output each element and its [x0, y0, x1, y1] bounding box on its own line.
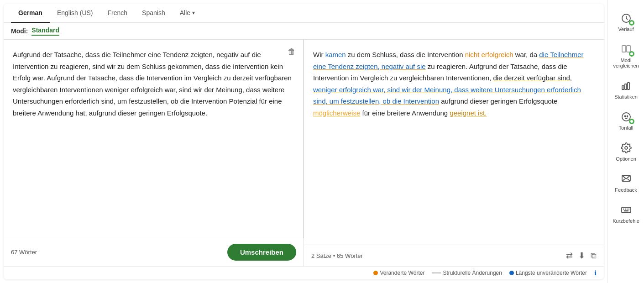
mode-label: Modi:: [11, 27, 28, 35]
sidebar-item-optionen[interactable]: Optionen: [610, 137, 642, 166]
rewrite-button[interactable]: Umschreiben: [227, 244, 296, 261]
svg-rect-1: [622, 46, 626, 52]
feedback-icon: [620, 173, 633, 185]
tab-german[interactable]: German: [11, 4, 50, 23]
svg-point-7: [624, 116, 625, 117]
word-count-left: 67 Wörter: [11, 249, 37, 256]
compare-icon[interactable]: ⇄: [566, 251, 573, 261]
legend-structural-line: [432, 273, 441, 273]
svg-rect-13: [622, 207, 631, 213]
tab-spanish[interactable]: Spanish: [135, 4, 173, 23]
copy-icon[interactable]: ⧉: [591, 251, 597, 261]
legend-longest-dot: [509, 271, 514, 275]
tab-alle[interactable]: Alle ▾: [173, 4, 202, 23]
sidebar-label-modi: Modivergleichen: [613, 58, 639, 68]
sidebar-item-statistiken[interactable]: Statistiken: [610, 75, 642, 104]
sidebar-item-tonfall[interactable]: Tonfall: [610, 106, 642, 135]
svg-rect-5: [628, 83, 629, 89]
svg-rect-2: [627, 46, 630, 52]
svg-line-12: [626, 175, 630, 179]
sidebar-item-kurzbefehle[interactable]: Kurzbefehle: [610, 199, 642, 228]
sidebar-label-verlauf: Verlauf: [618, 26, 634, 32]
translated-text: Wir kamen zu dem Schluss, dass die Inter…: [313, 49, 595, 236]
delete-icon[interactable]: 🗑: [288, 47, 296, 57]
clock-icon: [620, 12, 633, 25]
sidebar-item-feedback[interactable]: Feedback: [610, 168, 642, 197]
right-action-icons: ⇄ ⬇ ⧉: [566, 251, 597, 261]
svg-rect-3: [622, 86, 624, 89]
sidebar: Verlauf Modivergleichen Statistiken: [607, 0, 644, 283]
sidebar-label-tonfall: Tonfall: [619, 125, 634, 131]
legend-longest: Längste unveränderte Wörter: [509, 270, 587, 276]
sidebar-item-verlauf[interactable]: Verlauf: [610, 7, 642, 37]
info-icon[interactable]: ℹ: [594, 269, 597, 277]
svg-point-9: [625, 147, 628, 149]
download-icon[interactable]: ⬇: [578, 251, 585, 261]
sidebar-label-kurzbefehle: Kurzbefehle: [613, 218, 639, 224]
svg-line-11: [622, 175, 626, 179]
legend-structural: Strukturelle Änderungen: [432, 270, 502, 276]
compare-icon: [620, 43, 633, 56]
sidebar-item-modi[interactable]: Modivergleichen: [610, 38, 642, 73]
stats-text: 2 Sätze • 65 Wörter: [311, 252, 363, 259]
settings-icon: [620, 142, 633, 154]
mode-value: Standard: [31, 26, 59, 36]
sidebar-label-statistiken: Statistiken: [614, 94, 638, 100]
tab-english[interactable]: English (US): [50, 4, 100, 23]
tone-icon: [620, 110, 633, 123]
keyboard-icon: [620, 204, 633, 216]
mode-bar: Modi: Standard: [4, 23, 604, 40]
legend-bar: Veränderte Wörter Strukturelle Änderunge…: [4, 266, 604, 279]
legend-changed-dot: [373, 271, 378, 275]
sidebar-label-optionen: Optionen: [616, 156, 636, 162]
chevron-down-icon: ▾: [192, 10, 195, 16]
source-text: Aufgrund der Tatsache, dass die Teilnehm…: [13, 49, 294, 229]
tab-french[interactable]: French: [100, 4, 135, 23]
svg-point-8: [627, 116, 628, 117]
language-tabs: German English (US) French Spanish Alle …: [4, 4, 604, 23]
legend-changed-words: Veränderte Wörter: [373, 270, 424, 276]
svg-rect-4: [625, 84, 627, 89]
bar-chart-icon: [620, 79, 633, 92]
sidebar-label-feedback: Feedback: [615, 187, 637, 193]
